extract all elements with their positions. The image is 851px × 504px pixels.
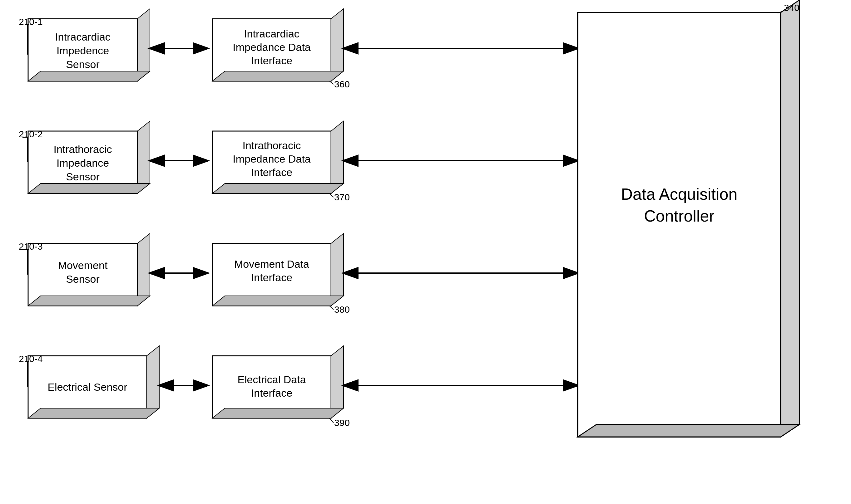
svg-marker-52	[212, 296, 344, 306]
svg-marker-43	[137, 233, 150, 306]
svg-text:Movement Data: Movement Data	[234, 258, 309, 270]
svg-text:Impedence: Impedence	[56, 44, 109, 56]
svg-text:210-3: 210-3	[19, 241, 43, 252]
svg-text:360: 360	[334, 79, 350, 89]
svg-text:Data Acquisition: Data Acquisition	[621, 185, 737, 203]
svg-marker-76	[781, 0, 799, 437]
diagram-container: Intracardiac Impedence Sensor 210-1 Intr…	[0, 0, 851, 504]
svg-text:Interface: Interface	[251, 55, 292, 67]
svg-marker-51	[331, 233, 344, 306]
svg-text:Sensor: Sensor	[66, 58, 100, 70]
svg-marker-6	[28, 71, 150, 81]
svg-marker-24	[137, 121, 150, 194]
svg-marker-68	[212, 408, 344, 418]
svg-marker-60	[147, 346, 159, 418]
svg-text:210-4: 210-4	[19, 354, 43, 364]
svg-marker-67	[331, 346, 344, 418]
svg-line-39	[329, 194, 333, 197]
svg-text:210-2: 210-2	[19, 129, 43, 139]
svg-text:Interface: Interface	[251, 387, 292, 399]
svg-marker-77	[578, 425, 799, 437]
svg-text:Intrathoracic: Intrathoracic	[53, 143, 112, 155]
svg-line-72	[329, 418, 333, 423]
svg-text:Controller: Controller	[644, 207, 714, 225]
svg-text:370: 370	[334, 192, 350, 202]
svg-marker-44	[28, 296, 150, 306]
svg-marker-5	[137, 9, 150, 81]
svg-text:210-1: 210-1	[19, 17, 43, 27]
svg-text:Sensor: Sensor	[66, 171, 100, 183]
svg-text:380: 380	[334, 304, 350, 314]
svg-text:Movement: Movement	[58, 259, 108, 271]
svg-marker-15	[212, 71, 344, 81]
svg-text:Intracardiac: Intracardiac	[55, 31, 110, 43]
svg-text:Intrathoracic: Intrathoracic	[242, 140, 301, 151]
svg-text:340: 340	[784, 2, 799, 13]
svg-text:Impedance Data: Impedance Data	[233, 41, 311, 53]
svg-marker-61	[28, 408, 159, 418]
svg-marker-14	[331, 9, 344, 81]
svg-text:Electrical Data: Electrical Data	[237, 374, 306, 385]
svg-text:Electrical Sensor: Electrical Sensor	[48, 381, 127, 393]
svg-line-56	[329, 306, 333, 310]
svg-text:Impedance: Impedance	[56, 157, 109, 169]
svg-text:Impedance Data: Impedance Data	[233, 153, 311, 165]
svg-text:390: 390	[334, 417, 350, 428]
svg-text:Interface: Interface	[251, 166, 292, 178]
svg-marker-33	[331, 121, 344, 194]
svg-text:Sensor: Sensor	[66, 273, 100, 285]
svg-marker-34	[212, 183, 344, 194]
svg-marker-25	[28, 183, 150, 194]
svg-text:Interface: Interface	[251, 271, 292, 283]
svg-text:Intracardiac: Intracardiac	[244, 28, 299, 40]
